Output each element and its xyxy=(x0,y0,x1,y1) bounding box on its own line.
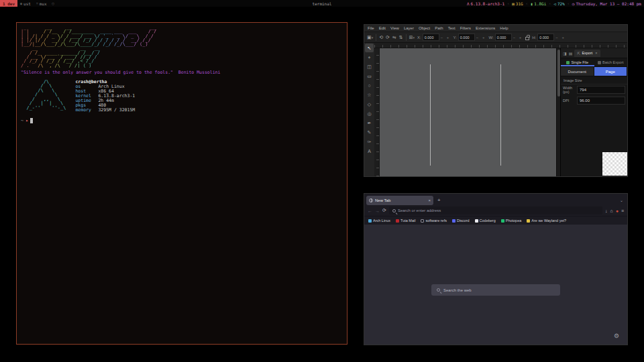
menu-extensions[interactable]: Extensions xyxy=(476,26,495,30)
new-tab-button[interactable]: + xyxy=(437,197,441,203)
tool-node-editor[interactable]: ⌖ xyxy=(365,53,374,62)
image-size-heading: Image Size xyxy=(561,76,627,84)
h-input[interactable]: 0.000 xyxy=(537,34,554,41)
menu-file[interactable]: File xyxy=(368,26,374,30)
web-search-bar[interactable]: Search the web xyxy=(431,284,560,296)
forward-button[interactable]: → xyxy=(375,208,380,213)
dpi-input[interactable] xyxy=(577,97,625,105)
reload-button[interactable]: ⟳ xyxy=(382,208,386,213)
menu-text[interactable]: Text xyxy=(448,26,455,30)
menu-view[interactable]: View xyxy=(390,26,399,30)
field-y: Y:0.000− + xyxy=(453,34,486,41)
system-status: Λ6.13.8-arch3-1‹▤31G‹▮1.8Gi‹◁72%‹◷Thursd… xyxy=(467,1,644,6)
tab-list-chevron-icon[interactable]: ⌄ xyxy=(620,198,625,202)
shell-prompt[interactable]: ~ ▸ xyxy=(21,118,343,123)
flip-horizontal-button[interactable]: ⇋ xyxy=(392,35,396,40)
bookmark-software-refs[interactable]: software refs xyxy=(421,219,446,223)
fetch-value: 3295M / 32015M xyxy=(98,107,135,113)
menu-filters[interactable]: Filters xyxy=(460,26,471,30)
fill-stroke-dialog-icon[interactable]: ◨ xyxy=(563,51,567,56)
bookmark-label: Are we Wayland yet? xyxy=(531,219,566,223)
bookmark-codeberg[interactable]: Codeberg xyxy=(475,219,496,223)
separator: ‹ xyxy=(526,1,528,5)
export-mode-tabs: Single File Batch Export xyxy=(561,58,627,67)
bookmark-discord[interactable]: Discord xyxy=(452,219,470,223)
export-dialog-tab[interactable]: ⇱ Export × xyxy=(574,50,600,57)
tool-ellipse[interactable]: ○ xyxy=(365,81,374,90)
download-icon[interactable]: ↓ xyxy=(605,208,608,213)
welcome-ascii-art: _ __ __ __ | | / /__ / /________ ____ __… xyxy=(21,25,156,68)
field-label: X: xyxy=(417,36,421,40)
tab-close-icon[interactable]: × xyxy=(428,198,431,202)
bookmark-label: Photopea xyxy=(506,219,522,223)
w-input[interactable]: 0.000 xyxy=(495,34,512,41)
tool-selector[interactable]: ↖ xyxy=(365,44,374,52)
menu-layer[interactable]: Layer xyxy=(404,26,414,30)
clock-icon: ◷ xyxy=(572,1,575,6)
width-input[interactable] xyxy=(577,86,625,94)
separator: ‹ xyxy=(507,1,509,5)
browser-active-tab[interactable]: New Tab × xyxy=(366,196,433,205)
volume-text: 72% xyxy=(557,1,565,6)
tool-pencil[interactable]: ✎ xyxy=(365,128,374,137)
bookmark-label: Codeberg xyxy=(480,219,496,223)
stepper-buttons[interactable]: − + xyxy=(555,36,566,40)
tool-rectangle[interactable]: ▭ xyxy=(365,72,374,80)
document-scope-button[interactable]: Document xyxy=(561,67,594,76)
ublock-icon[interactable]: ● xyxy=(616,208,619,213)
bookmark-photopea[interactable]: Photopea xyxy=(501,219,522,223)
stepper-buttons[interactable]: − + xyxy=(513,36,523,40)
tool-spiral[interactable]: ◎ xyxy=(365,109,374,118)
status-kernel: Λ6.13.8-arch3-1 xyxy=(467,1,504,6)
x-input[interactable]: 0.000 xyxy=(423,34,439,41)
close-icon[interactable]: × xyxy=(595,51,597,55)
tool-text[interactable]: A xyxy=(365,147,374,156)
terminal-window[interactable]: _ __ __ __ | | / /__ / /________ ____ __… xyxy=(16,22,347,345)
rotate-cw-button[interactable]: ⟳ xyxy=(386,35,390,40)
width-row: Width (px) xyxy=(561,84,627,95)
rotate-ccw-button[interactable]: ⟲ xyxy=(379,35,383,40)
stepper-buttons[interactable]: − + xyxy=(476,36,486,40)
bookmark-label: Tuta Mail xyxy=(400,219,415,223)
guide-line xyxy=(500,64,501,166)
ruler-horizontal[interactable] xyxy=(374,43,627,48)
home-icon[interactable]: ⌂ xyxy=(610,208,612,213)
bookmark-are-we-wayland-yet-[interactable]: Are we Wayland yet? xyxy=(527,219,566,223)
menu-hamburger-icon[interactable]: ≡ xyxy=(621,208,624,213)
page-scope-button[interactable]: Page xyxy=(594,67,628,76)
url-input[interactable] xyxy=(398,208,599,213)
dpi-row: DPI xyxy=(561,95,627,106)
menu-object[interactable]: Object xyxy=(419,26,430,30)
tab-batch-export[interactable]: Batch Export xyxy=(594,58,628,66)
stepper-buttons[interactable]: − + xyxy=(441,36,451,40)
tool-calligraphy[interactable]: ✑ xyxy=(365,137,374,146)
menu-edit[interactable]: Edit xyxy=(379,26,386,30)
url-bar[interactable] xyxy=(389,206,602,215)
menu-path[interactable]: Path xyxy=(435,26,443,30)
tool-star[interactable]: ☆ xyxy=(365,90,374,99)
lock-ratio-icon[interactable] xyxy=(525,37,529,40)
back-button[interactable]: ← xyxy=(368,208,372,213)
export-panel-header: ◨ ▤ ⇱ Export × xyxy=(561,48,627,58)
select-all-button[interactable]: ⊞▾ xyxy=(409,35,415,40)
memory-text: 1.8Gi xyxy=(534,1,546,6)
tab-single-file[interactable]: Single File xyxy=(561,58,594,66)
tool-pen[interactable]: ✒ xyxy=(365,119,374,127)
ruler-vertical[interactable] xyxy=(374,48,380,176)
separator: ‹ xyxy=(549,1,551,5)
y-input[interactable]: 0.000 xyxy=(458,34,475,41)
menu-help[interactable]: Help xyxy=(500,26,508,30)
browser-window: New Tab × + ⌄ ← → ⟳ ↓ ⌂ ● ≡ Arch LinuxTu… xyxy=(364,193,628,345)
tool-box-3d[interactable]: ◇ xyxy=(365,100,374,109)
inkscape-canvas[interactable] xyxy=(380,48,556,176)
bookmark-arch-linux[interactable]: Arch Linux xyxy=(368,219,390,223)
gear-icon[interactable]: ⚙ xyxy=(614,333,619,339)
favicon xyxy=(527,219,530,223)
bookmark-tuta-mail[interactable]: Tuta Mail xyxy=(396,219,415,223)
layers-dialog-icon[interactable]: ▤ xyxy=(569,51,573,56)
tool-shape-builder[interactable]: ◫ xyxy=(365,62,374,71)
kernel-text: 6.13.8-arch3-1 xyxy=(471,1,505,6)
flip-vertical-button[interactable]: ⇅ xyxy=(399,35,403,40)
selection-mode-button[interactable]: ▣▾ xyxy=(367,35,373,40)
disk-icon: ▤ xyxy=(512,1,515,6)
